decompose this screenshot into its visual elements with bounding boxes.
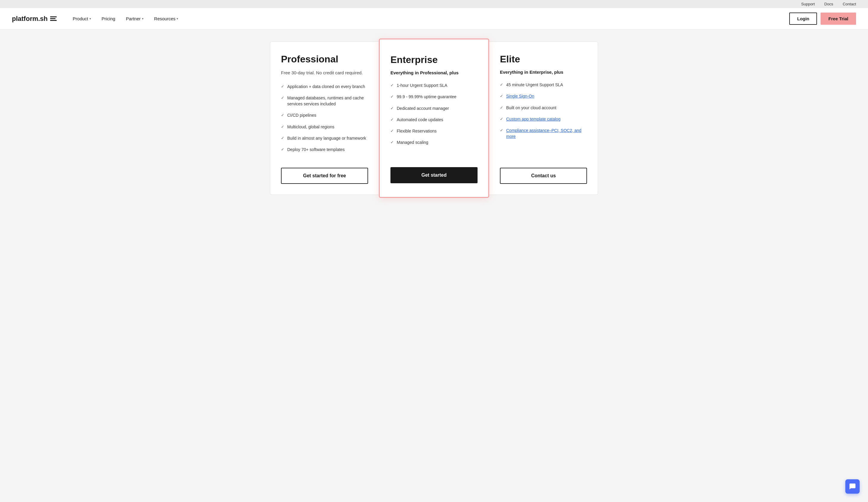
list-item: ✓ Multicloud, global regions	[281, 124, 368, 130]
check-icon: ✓	[391, 83, 394, 88]
plan-elite-title: Elite	[500, 54, 587, 65]
list-item: ✓ Build in almost any language or framew…	[281, 135, 368, 141]
list-item: ✓ Deploy 70+ software templates	[281, 146, 368, 153]
chevron-down-icon: ▾	[142, 17, 144, 20]
check-icon: ✓	[391, 106, 394, 111]
utility-docs-link[interactable]: Docs	[825, 2, 834, 6]
get-started-free-button[interactable]: Get started for free	[281, 168, 368, 184]
utility-support-link[interactable]: Support	[801, 2, 815, 6]
nav-item-product[interactable]: Product ▾	[69, 14, 95, 23]
plan-enterprise-cta: Get started	[391, 167, 477, 183]
list-item: ✓ Managed databases, runtimes and cache …	[281, 95, 368, 107]
list-item: ✓ Built on your cloud account	[500, 105, 587, 111]
plan-professional-description: Free 30-day trial. No credit card requir…	[281, 70, 368, 76]
check-icon: ✓	[500, 116, 503, 122]
check-icon: ✓	[391, 140, 394, 145]
nav-actions: Login Free Trial	[789, 12, 856, 25]
custom-app-template-link[interactable]: Custom app template catalog	[506, 116, 560, 122]
plan-elite-features: ✓ 45 minute Urgent Support SLA ✓ Single …	[500, 82, 587, 158]
list-item: ✓ Dedicated account manager	[391, 105, 477, 111]
nav-item-partner[interactable]: Partner ▾	[122, 14, 147, 23]
single-sign-on-link[interactable]: Single Sign-On	[506, 93, 534, 99]
check-icon: ✓	[391, 117, 394, 123]
check-icon: ✓	[500, 82, 503, 88]
plan-enterprise: Enterprise Everything in Professional, p…	[379, 39, 489, 198]
contact-us-button[interactable]: Contact us	[500, 168, 587, 184]
plan-elite-subtitle: Everything in Enterprise, plus	[500, 70, 587, 75]
plan-professional-cta: Get started for free	[281, 168, 368, 184]
chevron-down-icon: ▾	[177, 17, 178, 20]
main-nav: platform.sh Product ▾ Pricing Partner ▾ …	[0, 8, 868, 30]
plan-elite-cta: Contact us	[500, 168, 587, 184]
free-trial-button[interactable]: Free Trial	[820, 12, 856, 25]
plan-professional: Professional Free 30-day trial. No credi…	[270, 41, 379, 195]
list-item: ✓ 1-hour Urgent Support SLA	[391, 82, 477, 88]
check-icon: ✓	[391, 128, 394, 134]
list-item: ✓ Flexible Reservations	[391, 128, 477, 134]
list-item: ✓ 45 minute Urgent Support SLA	[500, 82, 587, 88]
list-item: ✓ Managed scaling	[391, 140, 477, 145]
check-icon: ✓	[281, 113, 284, 118]
list-item: ✓ CI/CD pipelines	[281, 112, 368, 118]
check-icon: ✓	[391, 94, 394, 100]
plan-enterprise-features: ✓ 1-hour Urgent Support SLA ✓ 99.9 - 99.…	[391, 82, 477, 157]
plan-elite: Elite Everything in Enterprise, plus ✓ 4…	[489, 41, 598, 195]
login-button[interactable]: Login	[789, 12, 817, 25]
pricing-cards: Professional Free 30-day trial. No credi…	[270, 41, 598, 195]
nav-links: Product ▾ Pricing Partner ▾ Resources ▾	[69, 14, 789, 23]
plan-enterprise-subtitle: Everything in Professional, plus	[391, 70, 477, 75]
plan-professional-features: ✓ Application + data cloned on every bra…	[281, 84, 368, 158]
check-icon: ✓	[500, 128, 503, 133]
list-item: ✓ Compliance assistance–PCI, SOC2, and m…	[500, 127, 587, 140]
check-icon: ✓	[500, 105, 503, 111]
compliance-assistance-link[interactable]: Compliance assistance–PCI, SOC2, and mor…	[506, 127, 587, 140]
main-content: Professional Free 30-day trial. No credi…	[0, 30, 868, 213]
logo-text: platform.sh	[12, 15, 48, 23]
utility-contact-link[interactable]: Contact	[843, 2, 856, 6]
plan-enterprise-title: Enterprise	[391, 54, 477, 65]
list-item: ✓ Application + data cloned on every bra…	[281, 84, 368, 90]
plan-professional-title: Professional	[281, 54, 368, 65]
list-item: ✓ Single Sign-On	[500, 93, 587, 99]
check-icon: ✓	[281, 84, 284, 90]
check-icon: ✓	[500, 93, 503, 99]
list-item: ✓ Automated code updates	[391, 117, 477, 123]
list-item: ✓ 99.9 - 99.99% uptime guarantee	[391, 94, 477, 100]
nav-item-resources[interactable]: Resources ▾	[150, 14, 183, 23]
utility-bar: Support Docs Contact	[0, 0, 868, 8]
chevron-down-icon: ▾	[90, 17, 91, 20]
check-icon: ✓	[281, 147, 284, 153]
get-started-button[interactable]: Get started	[391, 167, 477, 183]
nav-item-pricing[interactable]: Pricing	[97, 14, 120, 23]
check-icon: ✓	[281, 124, 284, 130]
logo[interactable]: platform.sh	[12, 15, 57, 23]
logo-icon	[50, 17, 57, 21]
list-item: ✓ Custom app template catalog	[500, 116, 587, 122]
check-icon: ✓	[281, 95, 284, 101]
check-icon: ✓	[281, 135, 284, 141]
